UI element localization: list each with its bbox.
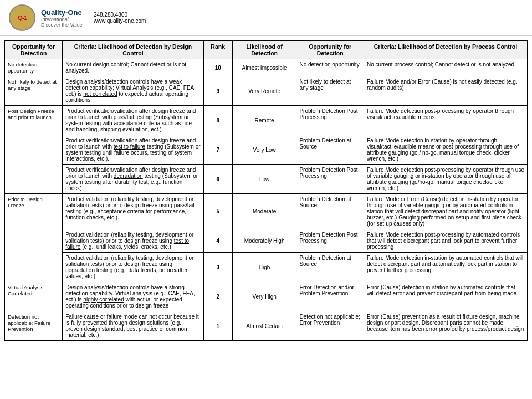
opp2-cell: Not likely to detect at any stage [296,76,364,106]
table-row: Post Design Freeze and prior to launchPr… [5,106,528,135]
header-criteria-process: Criteria: Likelihood of Detection by Pro… [364,41,527,59]
detection-table: Opportunity for Detection Criteria: Like… [4,40,528,341]
company-website: www.quality-one.com [94,18,146,24]
criteria-design-cell: Product verification/validation after de… [63,135,204,165]
table-row: No detection opportunityNo current desig… [5,59,528,76]
criteria-process-cell: Error (Cause) prevention as a result of … [364,311,527,341]
likelihood-cell: Moderate [232,194,296,229]
criteria-design-cell: Product verification/validation after de… [63,165,204,194]
table-row: Prior to Design FreezeProduct validation… [5,194,528,229]
header-criteria-design: Criteria: Likelihood of Detection by Des… [63,41,204,59]
likelihood-cell: High [232,253,296,282]
criteria-process-cell: Failure Mode detection in-station by ope… [364,135,527,165]
company-name: Quality-One [41,8,83,17]
opp2-cell: Error Detection and/or Problem Preventio… [296,282,364,311]
criteria-design-cell: No current design control; Cannot detect… [63,59,204,76]
likelihood-cell: Very Remote [232,76,296,106]
main-content: Opportunity for Detection Criteria: Like… [0,36,532,345]
opp2-cell: No detection opportunity [296,59,364,76]
table-row: Detection not applicable; Failure Preven… [5,311,528,341]
criteria-design-cell: Design analysis/detection controls have … [63,76,204,106]
likelihood-cell: Very High [232,282,296,311]
criteria-process-cell: Failure Mode detection post-processing b… [364,229,527,253]
criteria-process-cell: Failure Mode and/or Error (Cause) is not… [364,76,527,106]
opp-label: Post Design Freeze and prior to launch [5,106,63,194]
header-opp2: Opportunity for Detection [296,41,364,59]
header-rank: Rank [203,41,232,59]
table-row: Product validation (reliability testing,… [5,229,528,253]
rank-cell: 9 [203,76,232,106]
rank-cell: 3 [203,253,232,282]
rank-cell: 4 [203,229,232,253]
rank-cell: 6 [203,165,232,194]
header-opp-detection: Opportunity for Detection [5,41,63,59]
opp-label: Prior to Design Freeze [5,194,63,282]
opp2-cell: Problem Detection Post Processing [296,165,364,194]
likelihood-cell: Moderately High [232,229,296,253]
criteria-process-cell: Failure Mode detection post-processing b… [364,106,527,135]
page-header: Q-1 Quality-One International Discover t… [0,0,532,36]
table-row: Product validation (reliability testing,… [5,253,528,282]
opp-label: No detection opportunity [5,59,63,76]
criteria-process-cell: Failure Mode or Error (Cause) detection … [364,194,527,229]
likelihood-cell: Almost Certain [232,311,296,341]
rank-cell: 8 [203,106,232,135]
criteria-process-cell: Failure Mode detection post-processing b… [364,165,527,194]
criteria-design-cell: Design analysis/detection controls have … [63,282,204,311]
likelihood-cell: Very Low [232,135,296,165]
table-row: Not likely to detect at any stageDesign … [5,76,528,106]
header-likelihood: Likelihood of Detection [232,41,296,59]
rank-cell: 5 [203,194,232,229]
rank-cell: 2 [203,282,232,311]
table-row: Virtual Analysis CorrelatedDesign analys… [5,282,528,311]
rank-cell: 10 [203,59,232,76]
opp2-cell: Problem Detection Post Processing [296,229,364,253]
opp2-cell: Problem Detection Post Processing [296,106,364,135]
likelihood-cell: Almost Impossible [232,59,296,76]
criteria-process-cell: Error (Cause) detection in-station by au… [364,282,527,311]
criteria-design-cell: Product validation (reliability testing,… [63,229,204,253]
opp2-cell: Problem Detection at Source [296,194,364,229]
rank-cell: 7 [203,135,232,165]
criteria-design-cell: Product validation (reliability testing,… [63,194,204,229]
opp-label: Not likely to detect at any stage [5,76,63,106]
company-int: International [41,17,83,22]
table-row: Product verification/validation after de… [5,135,528,165]
opp-label: Detection not applicable; Failure Preven… [5,311,63,341]
company-tagline: Discover the Value [41,22,83,28]
opp2-cell: Detection not applicable; Error Preventi… [296,311,364,341]
company-phone: 248.280.4800 [94,12,146,18]
logo: Q-1 [9,4,35,31]
rank-cell: 1 [203,311,232,341]
likelihood-cell: Remote [232,106,296,135]
opp-label: Virtual Analysis Correlated [5,282,63,311]
table-row: Product verification/validation after de… [5,165,528,194]
opp2-cell: Problem Detection at Source [296,253,364,282]
likelihood-cell: Low [232,165,296,194]
criteria-process-cell: No current process control; Cannot detec… [364,59,527,76]
opp2-cell: Problem Detection at Source [296,135,364,165]
criteria-design-cell: Failure cause or failure mode can not oc… [63,311,204,341]
criteria-design-cell: Product verification/validation after de… [63,106,204,135]
criteria-process-cell: Failure Mode detection in-station by aut… [364,253,527,282]
criteria-design-cell: Product validation (reliability testing,… [63,253,204,282]
